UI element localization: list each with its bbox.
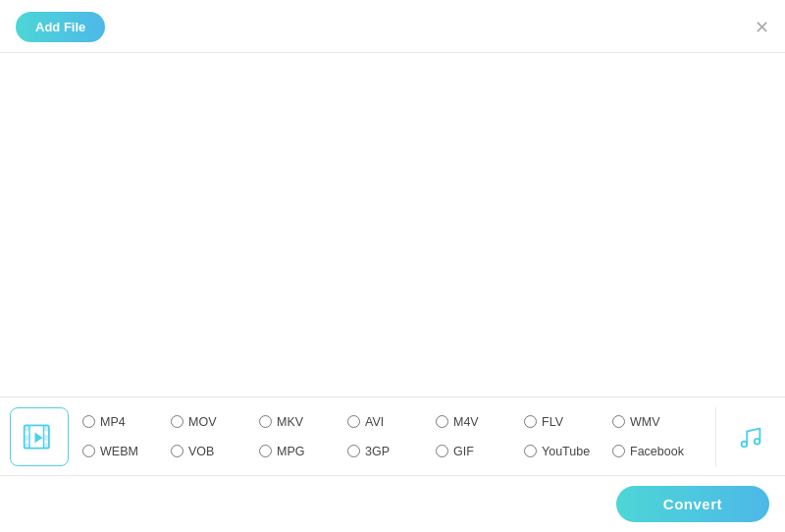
format-radio-mov[interactable]	[171, 415, 183, 428]
audio-format-icon-box[interactable]	[726, 407, 775, 466]
svg-rect-11	[25, 440, 29, 441]
svg-point-14	[742, 441, 748, 447]
format-label-wmv: WMV	[630, 415, 660, 429]
format-radio-mp4[interactable]	[82, 415, 95, 428]
format-option-mov[interactable]: MOV	[171, 415, 259, 429]
format-radio-3gp[interactable]	[347, 445, 360, 457]
format-label-facebook: Facebook	[630, 445, 684, 458]
svg-point-15	[755, 438, 760, 444]
format-label-gif: GIF	[453, 445, 474, 458]
format-option-webm[interactable]: WEBM	[82, 445, 171, 458]
format-option-mpg[interactable]: MPG	[259, 445, 347, 458]
format-options-grid: MP4 MOV MKV AVI M4V FLV	[82, 407, 706, 466]
file-drop-area	[0, 53, 785, 357]
format-label-mov: MOV	[188, 415, 216, 429]
format-option-mp4[interactable]: MP4	[82, 415, 171, 429]
header: Add File ✕	[0, 0, 785, 53]
add-file-button[interactable]: Add File	[16, 12, 105, 42]
svg-rect-13	[44, 440, 49, 441]
format-label-mkv: MKV	[277, 415, 303, 429]
format-option-m4v[interactable]: M4V	[436, 415, 524, 429]
format-option-youtube[interactable]: YouTube	[524, 445, 612, 458]
format-option-vob[interactable]: VOB	[171, 445, 259, 458]
svg-rect-6	[44, 443, 49, 448]
format-radio-webm[interactable]	[82, 445, 95, 457]
format-radio-mkv[interactable]	[259, 415, 272, 428]
format-option-avi[interactable]: AVI	[347, 415, 436, 429]
svg-rect-3	[25, 443, 29, 448]
format-radio-flv[interactable]	[524, 415, 537, 428]
format-radio-facebook[interactable]	[612, 445, 625, 457]
format-label-3gp: 3GP	[365, 445, 390, 458]
format-option-flv[interactable]: FLV	[524, 415, 612, 429]
format-option-wmv[interactable]: WMV	[612, 415, 701, 429]
format-radio-youtube[interactable]	[524, 445, 537, 457]
close-button[interactable]: ✕	[755, 19, 769, 36]
format-option-facebook[interactable]: Facebook	[612, 445, 701, 458]
music-note-icon	[736, 422, 765, 452]
format-option-gif[interactable]: GIF	[436, 445, 524, 458]
format-radio-gif[interactable]	[436, 445, 448, 457]
format-label-flv: FLV	[542, 415, 563, 429]
video-format-icon-box[interactable]	[10, 407, 69, 466]
format-radio-vob[interactable]	[171, 445, 183, 457]
format-label-mpg: MPG	[277, 445, 304, 458]
bottom-bar: MP4 MOV MKV AVI M4V FLV	[0, 397, 785, 532]
svg-rect-12	[44, 429, 49, 430]
format-label-avi: AVI	[365, 415, 384, 429]
format-label-youtube: YouTube	[542, 445, 590, 458]
format-radio-mpg[interactable]	[259, 445, 272, 457]
format-option-3gp[interactable]: 3GP	[347, 445, 436, 458]
format-label-webm: WEBM	[100, 445, 138, 458]
format-radio-wmv[interactable]	[612, 415, 625, 428]
svg-rect-10	[25, 429, 29, 430]
video-icon	[22, 419, 57, 454]
format-radio-avi[interactable]	[347, 415, 360, 428]
format-bar: MP4 MOV MKV AVI M4V FLV	[0, 398, 785, 476]
format-divider	[715, 407, 716, 466]
convert-row: Convert	[0, 476, 785, 532]
format-radio-m4v[interactable]	[436, 415, 448, 428]
format-label-m4v: M4V	[453, 415, 479, 429]
convert-button[interactable]: Convert	[616, 486, 769, 522]
svg-marker-9	[35, 432, 43, 443]
svg-rect-2	[25, 435, 29, 440]
format-label-mp4: MP4	[100, 415, 126, 429]
svg-rect-5	[44, 435, 49, 440]
format-label-vob: VOB	[188, 445, 214, 458]
format-option-mkv[interactable]: MKV	[259, 415, 347, 429]
